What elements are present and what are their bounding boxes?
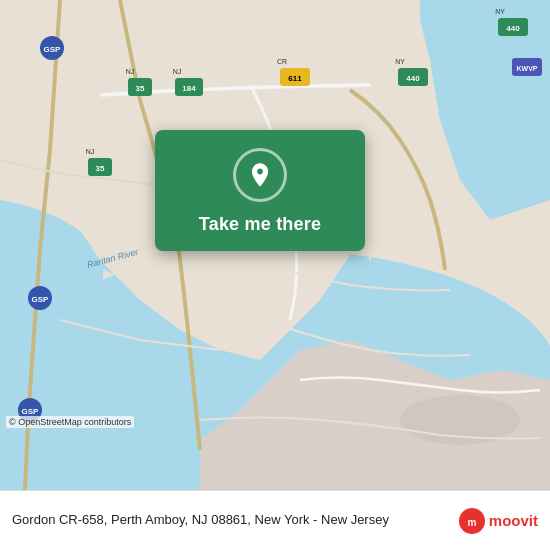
svg-text:NJ: NJ	[173, 68, 182, 75]
moovit-logo-icon: m	[458, 507, 486, 535]
main-container: 35 NJ 35 NJ 184 NJ 611 CR 440 NY 440 NY	[0, 0, 550, 550]
svg-text:GSP: GSP	[44, 45, 62, 54]
svg-text:35: 35	[96, 164, 105, 173]
svg-text:GSP: GSP	[32, 295, 50, 304]
svg-text:440: 440	[406, 74, 420, 83]
svg-text:NJ: NJ	[126, 68, 135, 75]
moovit-logo: m moovit	[458, 507, 538, 535]
svg-text:GSP: GSP	[22, 407, 40, 416]
svg-text:m: m	[467, 517, 476, 528]
svg-text:CR: CR	[277, 58, 287, 65]
location-card: Take me there	[155, 130, 365, 251]
svg-text:NY: NY	[395, 58, 405, 65]
pin-icon-wrap	[233, 148, 287, 202]
map-area: 35 NJ 35 NJ 184 NJ 611 CR 440 NY 440 NY	[0, 0, 550, 490]
take-me-there-button[interactable]: Take me there	[199, 214, 321, 235]
svg-text:NJ: NJ	[86, 148, 95, 155]
moovit-logo-label: moovit	[489, 512, 538, 529]
svg-text:611: 611	[288, 74, 302, 83]
address-text: Gordon CR-658, Perth Amboy, NJ 08861, Ne…	[12, 512, 389, 527]
svg-text:NY: NY	[495, 8, 505, 15]
svg-text:440: 440	[506, 24, 520, 33]
address-info: Gordon CR-658, Perth Amboy, NJ 08861, Ne…	[12, 511, 448, 529]
location-pin-icon	[246, 161, 274, 189]
svg-text:35: 35	[136, 84, 145, 93]
osm-attribution: © OpenStreetMap contributors	[6, 416, 134, 428]
svg-text:184: 184	[182, 84, 196, 93]
svg-text:KWVP: KWVP	[517, 65, 538, 72]
bottom-bar: Gordon CR-658, Perth Amboy, NJ 08861, Ne…	[0, 490, 550, 550]
